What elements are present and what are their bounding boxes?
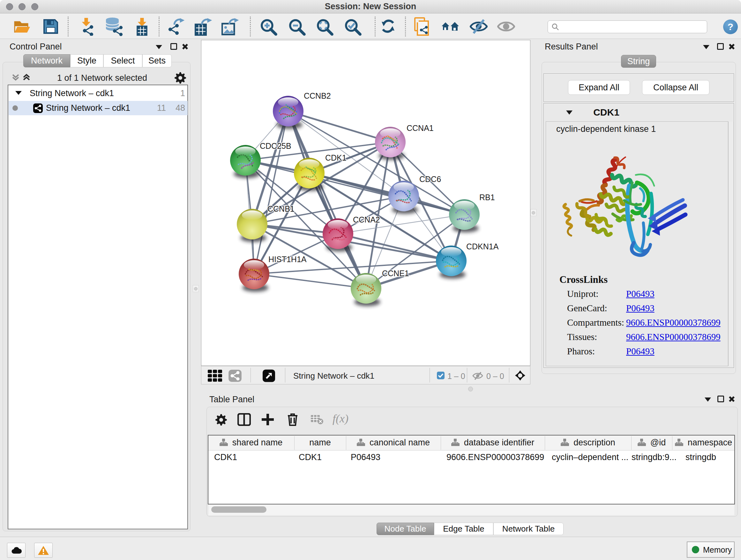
svg-text:CDC25B: CDC25B (260, 141, 291, 150)
svg-text:CCNB1: CCNB1 (267, 204, 294, 213)
svg-text:CDC6: CDC6 (419, 175, 441, 184)
svg-text:CCNE1: CCNE1 (382, 269, 409, 278)
svg-text:CCNB2: CCNB2 (304, 91, 331, 100)
svg-text:CCNA1: CCNA1 (407, 124, 434, 132)
svg-text:CDK1: CDK1 (325, 153, 347, 162)
svg-text:CCNA2: CCNA2 (353, 215, 380, 224)
svg-text:HIST1H1A: HIST1H1A (268, 255, 307, 264)
svg-text:CDKN1A: CDKN1A (466, 242, 499, 251)
svg-text:RB1: RB1 (479, 193, 495, 202)
